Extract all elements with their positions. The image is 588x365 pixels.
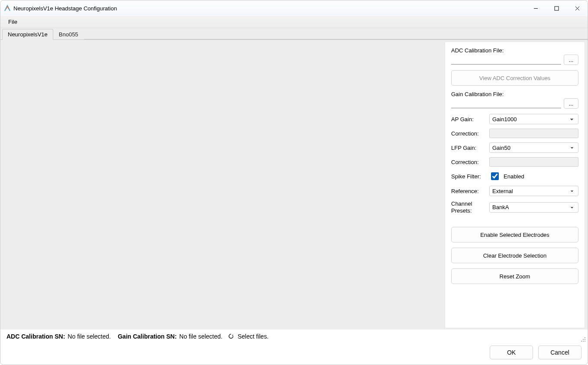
svg-point-3 (585, 339, 585, 340)
adc-sn-value: No file selected. (68, 333, 111, 340)
ap-gain-label: AP Gain: (451, 116, 487, 123)
menu-file[interactable]: File (5, 18, 21, 26)
lfp-gain-label: LFP Gain: (451, 145, 487, 151)
minimize-button[interactable] (525, 0, 546, 16)
view-adc-values-button[interactable]: View ADC Correction Values (451, 70, 578, 86)
gain-file-label: Gain Calibration File: (451, 91, 578, 97)
svg-point-2 (583, 339, 584, 340)
content-area: ADC Calibration File: ... View ADC Corre… (0, 39, 588, 329)
resize-grip-icon[interactable] (580, 336, 586, 342)
window-title: NeuropixelsV1e Headstage Configuration (13, 5, 117, 12)
lfp-gain-select[interactable]: Gain50 (489, 142, 578, 153)
clear-selection-button[interactable]: Clear Electrode Selection (451, 248, 578, 263)
app-icon (4, 5, 11, 12)
titlebar: NeuropixelsV1e Headstage Configuration (0, 0, 588, 16)
gain-sn-label: Gain Calibration SN: (118, 333, 177, 340)
tabbar: NeuropixelsV1e Bno055 (0, 28, 588, 39)
channel-presets-select[interactable]: BankA (489, 202, 578, 213)
electrode-canvas[interactable] (3, 42, 442, 328)
svg-point-6 (585, 341, 585, 342)
ok-button[interactable]: OK (490, 346, 533, 359)
adc-file-input[interactable] (451, 55, 561, 65)
svg-point-4 (581, 341, 582, 342)
lfp-correction-value (489, 157, 578, 167)
gain-file-browse-button[interactable]: ... (564, 98, 578, 109)
cancel-button[interactable]: Cancel (538, 346, 582, 359)
tab-strip-filler (84, 28, 588, 39)
close-button[interactable] (567, 0, 588, 16)
svg-rect-0 (555, 6, 559, 10)
ap-correction-value (489, 129, 578, 138)
spike-filter-label: Spike Filter: (451, 173, 487, 180)
adc-sn-label: ADC Calibration SN: (6, 333, 65, 340)
refresh-icon (228, 333, 234, 339)
spike-filter-check-label: Enabled (504, 173, 524, 180)
lfp-correction-label: Correction: (451, 159, 487, 165)
reset-zoom-button[interactable]: Reset Zoom (451, 268, 578, 284)
svg-point-5 (583, 341, 584, 342)
adc-file-browse-button[interactable]: ... (564, 55, 578, 65)
settings-panel: ADC Calibration File: ... View ADC Corre… (445, 42, 585, 328)
tab-neuropixelsv1e[interactable]: NeuropixelsV1e (2, 29, 53, 40)
reference-label: Reference: (451, 188, 487, 194)
gain-sn-value: No file selected. (179, 333, 223, 340)
ap-gain-select[interactable]: Gain1000 (489, 114, 578, 124)
adc-file-label: ADC Calibration File: (451, 47, 578, 54)
svg-point-1 (585, 337, 585, 338)
gain-file-input[interactable] (451, 99, 561, 108)
tab-bno055[interactable]: Bno055 (53, 29, 84, 40)
reference-select[interactable]: External (489, 186, 578, 196)
enable-electrodes-button[interactable]: Enable Selected Electrodes (451, 227, 578, 242)
menubar: File (0, 16, 588, 28)
status-bar: ADC Calibration SN: No file selected. Ga… (0, 329, 588, 343)
spike-filter-checkbox[interactable] (491, 172, 499, 180)
maximize-button[interactable] (546, 0, 567, 16)
ap-correction-label: Correction: (451, 130, 487, 137)
select-files-text: Select files. (238, 333, 269, 340)
channel-presets-label: Channel Presets: (451, 200, 487, 214)
dialog-buttons: OK Cancel (0, 343, 588, 365)
